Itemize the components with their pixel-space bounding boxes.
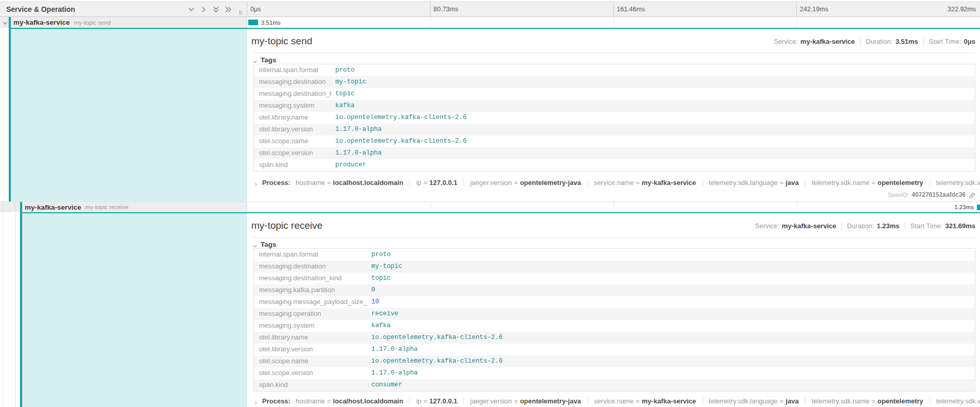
tick-label: 322.92ms (948, 2, 976, 16)
tag-row: messaging.destinationmy-topic (254, 261, 975, 273)
tag-row: messaging.systemkafka (254, 320, 975, 332)
tag-row: messaging.destinationmy-topic (254, 76, 975, 88)
tag-key: messaging.destination (254, 261, 367, 273)
process-key: jaeger.version (470, 397, 512, 405)
span-id-row: SpanID: 407276152aafdc36 (888, 191, 975, 199)
tag-value: my-topic (367, 261, 402, 273)
tag-key: otel.scope.name (254, 135, 331, 147)
span-timeline-cell[interactable]: 3.51ms (247, 17, 980, 28)
process-value: localhost.localdomain (333, 179, 404, 186)
tag-key: otel.scope.version (254, 367, 367, 379)
span-bar[interactable] (977, 205, 980, 210)
process-value: localhost.localdomain (333, 397, 404, 405)
span-timeline-cell[interactable]: 1.23ms (247, 202, 980, 212)
tag-key: otel.scope.version (254, 147, 331, 159)
tree-grid-line (15, 213, 15, 407)
tag-value: 1.17.0-alpha (331, 147, 382, 159)
process-section-toggle[interactable]: Process: hostname=localhost.localdomain … (253, 177, 975, 188)
tag-key: span.kind (254, 159, 331, 171)
tag-key: messaging.kafka.partition (254, 284, 367, 296)
process-key: telemetry.sdk.name (812, 179, 869, 186)
process-attribute: telemetry.sdk.name=opentelemetry (805, 397, 923, 405)
column-resizer-handle[interactable] (239, 10, 243, 15)
operation-name: my-topic send (74, 20, 111, 26)
process-attribute: telemetry.sdk.version=1.17.0 (930, 179, 980, 186)
tree-controls (187, 2, 232, 16)
collapse-one-icon[interactable] (187, 6, 195, 13)
span-color-bar (20, 202, 22, 212)
process-attribute: telemetry.sdk.language=java (702, 179, 799, 186)
tick-label: 80.73ms (431, 6, 458, 13)
tag-key: messaging.operation (254, 308, 367, 320)
tag-value: io.opentelemetry.kafka-clients-2.6 (331, 135, 467, 147)
tag-value: io.opentelemetry.kafka-clients-2.6 (367, 332, 503, 344)
operation-name: my-topic receive (85, 204, 129, 210)
timeline-ruler: 0μs 80.73ms 161.46ms 242.19ms 322.92ms (247, 2, 980, 16)
tags-section-toggle[interactable]: Tags (252, 56, 277, 64)
tag-row: span.kindconsumer (254, 379, 975, 391)
tag-key: internal.span.format (254, 249, 367, 261)
tag-row: span.kindproducer (254, 159, 975, 171)
duration-value: 3.51ms (896, 38, 918, 45)
process-attribute: service.name=my-kafka-service (587, 397, 696, 405)
service-name: my-kafka-service (25, 204, 81, 211)
span-name-cell[interactable]: my-kafka-service my-topic send (0, 17, 247, 28)
process-value: my-kafka-service (642, 397, 696, 405)
tag-key: otel.library.version (254, 124, 331, 135)
process-key: telemetry.sdk.version (936, 397, 980, 405)
process-value: 127.0.0.1 (429, 397, 457, 405)
start-time-label: Start Time: (910, 222, 943, 230)
tag-key: span.kind (254, 379, 367, 391)
span-row-send[interactable]: my-kafka-service my-topic send 3.51ms (0, 17, 980, 28)
collapse-all-icon[interactable] (212, 6, 220, 13)
tag-row: otel.library.version1.17.0-alpha (254, 124, 975, 135)
expand-one-icon[interactable] (200, 6, 208, 13)
tag-value: io.opentelemetry.kafka-clients-2.6 (331, 112, 467, 124)
tag-value: 10 (367, 296, 379, 308)
span-detail-header[interactable]: my-topic receive Service:my-kafka-servic… (251, 217, 975, 234)
deep-link-icon[interactable] (969, 192, 975, 198)
timeline-header: Service & Operation 0μs 80.73ms 161.46ms… (0, 2, 980, 17)
span-detail-title: my-topic send (251, 36, 312, 46)
tree-grid-line (8, 17, 8, 28)
process-value: 127.0.0.1 (429, 179, 457, 186)
process-key: service.name (594, 179, 633, 186)
span-bar[interactable] (248, 20, 258, 25)
process-key: ip (416, 179, 421, 186)
tag-value: 1.17.0-alpha (367, 344, 418, 355)
tag-row: otel.library.nameio.opentelemetry.kafka-… (254, 332, 975, 344)
process-value: opentelemetry-java (520, 397, 581, 405)
process-label: Process: (262, 397, 290, 405)
span-detail-receive: my-topic receive Service:my-kafka-servic… (0, 213, 980, 407)
span-name[interactable]: my-kafka-service my-topic send (13, 17, 111, 28)
tag-row: messaging.kafka.partition0 (254, 284, 975, 296)
tag-value: receive (367, 308, 399, 320)
span-color-bar (9, 17, 11, 28)
tag-value: my-topic (331, 76, 366, 88)
process-key: jaeger.version (470, 179, 512, 186)
span-name[interactable]: my-kafka-service my-topic receive (25, 202, 128, 212)
tick-label: 0μs (247, 6, 261, 13)
span-detail-header[interactable]: my-topic send Service:my-kafka-service D… (251, 33, 975, 49)
chevron-right-icon (253, 180, 259, 185)
tag-key: otel.scope.name (254, 355, 367, 367)
tags-section-toggle[interactable]: Tags (252, 240, 277, 248)
span-detail-send: my-topic send Service:my-kafka-service D… (0, 29, 980, 201)
process-value: java (786, 179, 799, 186)
process-value: java (786, 397, 799, 405)
tag-key: messaging.destination_kind (254, 273, 367, 284)
span-name-cell[interactable]: my-kafka-service my-topic receive (0, 202, 247, 212)
process-section-toggle[interactable]: Process: hostname=localhost.localdomain … (253, 396, 975, 406)
tag-row: otel.scope.nameio.opentelemetry.kafka-cl… (254, 355, 975, 367)
tag-row: messaging.message_payload_size_bytes10 (254, 296, 975, 308)
service-operation-header: Service & Operation (0, 2, 247, 16)
service-operation-label: Service & Operation (6, 5, 75, 13)
tags-table: internal.span.formatproto messaging.dest… (253, 64, 975, 172)
tag-row: messaging.destination_kindtopic (254, 88, 975, 100)
span-row-receive[interactable]: my-kafka-service my-topic receive 1.23ms (0, 201, 980, 212)
start-time-label: Start Time: (929, 38, 961, 45)
process-key: telemetry.sdk.name (812, 397, 869, 405)
process-key: ip (416, 397, 421, 405)
expand-all-icon[interactable] (225, 6, 232, 13)
tree-grid-line (15, 202, 15, 212)
